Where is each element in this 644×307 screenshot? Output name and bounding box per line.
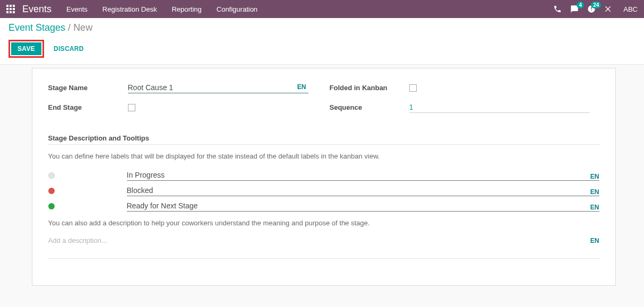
folded-checkbox[interactable] — [409, 84, 417, 92]
phone-icon[interactable] — [553, 5, 562, 13]
nav-link-events[interactable]: Events — [66, 5, 88, 13]
sheet-divider — [48, 258, 599, 259]
nav-link-registration-desk[interactable]: Registration Desk — [102, 5, 157, 13]
messages-badge: 4 — [577, 2, 584, 8]
save-highlight-box: SAVE — [8, 40, 44, 58]
status-label-green-input[interactable] — [127, 200, 586, 211]
user-menu[interactable]: ABC — [623, 5, 638, 13]
label-end-stage: End Stage — [48, 103, 128, 111]
activities-badge: 24 — [591, 2, 601, 8]
app-brand[interactable]: Events — [22, 4, 51, 15]
status-row-grey: EN — [48, 170, 599, 181]
nav-link-configuration[interactable]: Configuration — [217, 5, 257, 13]
sequence-input[interactable] — [409, 102, 590, 113]
discard-button[interactable]: DISCARD — [54, 45, 84, 52]
section-help-1: You can define here labels that will be … — [48, 152, 599, 160]
top-navbar: Events Events Registration Desk Reportin… — [0, 0, 644, 18]
status-row-green: EN — [48, 200, 599, 212]
form-sheet: Stage Name EN Folded in Kanban End Stage… — [32, 68, 616, 286]
section-help-2: You can also add a description to help y… — [48, 219, 599, 227]
nav-link-reporting[interactable]: Reporting — [171, 5, 201, 13]
label-folded: Folded in Kanban — [330, 84, 409, 92]
breadcrumb: Event Stages / New — [8, 22, 636, 33]
status-dot-grey-icon — [48, 172, 55, 179]
messages-icon[interactable]: 4 — [570, 5, 579, 13]
lang-tag-description[interactable]: EN — [590, 237, 599, 244]
sheet-wrap: Stage Name EN Folded in Kanban End Stage… — [0, 65, 644, 286]
lang-tag-grey[interactable]: EN — [590, 173, 599, 180]
lang-tag-stage-name[interactable]: EN — [297, 83, 306, 91]
action-row: SAVE DISCARD — [8, 40, 636, 58]
lang-tag-green[interactable]: EN — [590, 204, 599, 211]
section-title: Stage Description and Tooltips — [48, 134, 599, 145]
status-row-red: EN — [48, 185, 599, 196]
status-label-grey-input[interactable] — [127, 170, 586, 180]
apps-launcher-icon[interactable] — [6, 5, 15, 13]
breadcrumb-sep: / — [68, 22, 71, 33]
breadcrumb-parent[interactable]: Event Stages — [8, 22, 65, 33]
status-label-red-input[interactable] — [127, 185, 586, 196]
close-icon[interactable] — [604, 5, 613, 13]
label-sequence: Sequence — [330, 103, 409, 111]
label-stage-name: Stage Name — [48, 84, 128, 92]
nav-right: 4 24 ABC — [553, 5, 638, 13]
save-button[interactable]: SAVE — [11, 42, 41, 55]
end-stage-checkbox[interactable] — [128, 104, 135, 111]
top-field-grid: Stage Name EN Folded in Kanban End Stage… — [48, 82, 599, 113]
activities-icon[interactable]: 24 — [587, 5, 596, 13]
breadcrumb-current: New — [73, 22, 92, 33]
description-input[interactable] — [48, 236, 586, 244]
subheader: Event Stages / New SAVE DISCARD — [0, 18, 644, 65]
nav-links: Events Registration Desk Reporting Confi… — [66, 5, 553, 13]
stage-name-input[interactable] — [128, 82, 308, 93]
description-row: EN — [48, 236, 599, 244]
status-dot-red-icon — [48, 188, 55, 194]
status-dot-green-icon — [48, 203, 55, 209]
lang-tag-red[interactable]: EN — [590, 188, 599, 196]
